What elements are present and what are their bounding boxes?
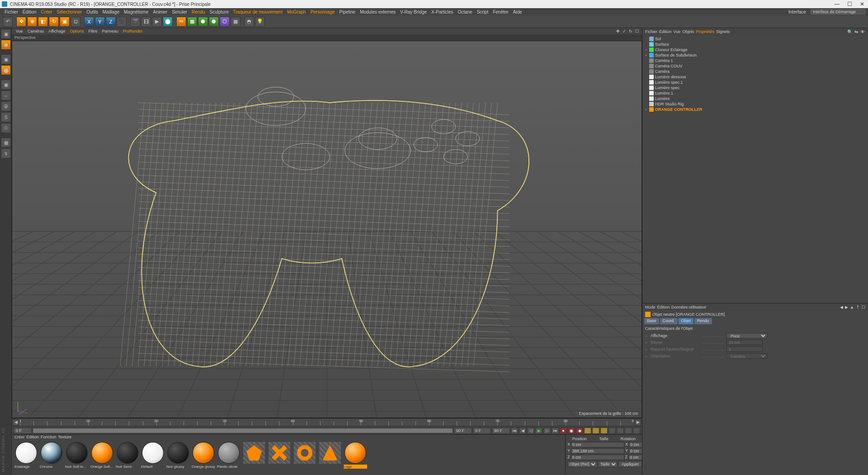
vtool-btn-3[interactable]: ▣ bbox=[1, 54, 11, 64]
material-item[interactable]: Noir Semi bbox=[116, 442, 139, 469]
toolbar-btn-21[interactable]: ◓ bbox=[244, 17, 254, 27]
close-button[interactable]: ✕ bbox=[858, 1, 866, 7]
menu-vray[interactable]: V-Ray Bridge bbox=[398, 10, 429, 14]
am-menu-edition[interactable]: Édition bbox=[657, 305, 670, 309]
object-name[interactable]: Lumière spec.1 bbox=[655, 80, 866, 85]
coord-apply-button[interactable]: Appliquer bbox=[618, 461, 642, 467]
mat-menu-fonction[interactable]: Fonction bbox=[41, 435, 57, 441]
am-new-icon[interactable]: ☐ bbox=[862, 305, 865, 309]
menu-magnetisme[interactable]: Magnétisme bbox=[122, 10, 150, 14]
am-tab-coord[interactable]: Coord. bbox=[660, 318, 678, 324]
menu-mograph[interactable]: MoGraph bbox=[285, 10, 308, 14]
toolbar-btn-4[interactable]: ↻ bbox=[49, 17, 59, 27]
menu-traqueur[interactable]: Traqueur de mouvement bbox=[231, 10, 284, 14]
menu-edition[interactable]: Édition bbox=[21, 10, 38, 14]
viewport-tab-perspective[interactable]: Perspective bbox=[14, 35, 36, 40]
am-up-icon[interactable]: ▲ bbox=[850, 305, 854, 309]
toolbar-btn-20[interactable]: ▦ bbox=[231, 17, 241, 27]
expand-toggle-icon[interactable]: + bbox=[644, 108, 648, 112]
vp-menu-panneau[interactable]: Panneau bbox=[101, 29, 120, 33]
menu-fenetre[interactable]: Fenêtre bbox=[491, 10, 510, 14]
coord-size-select[interactable]: Taille bbox=[598, 461, 618, 467]
material-item[interactable] bbox=[242, 442, 266, 469]
material-item[interactable]: Chrome bbox=[40, 442, 63, 469]
object-name[interactable]: Caméra bbox=[655, 69, 866, 74]
vp-menu-affichage[interactable]: Affichage bbox=[47, 29, 66, 33]
vp-menu-cameras[interactable]: Caméras bbox=[26, 29, 46, 33]
toolbar-btn-1[interactable]: ✥ bbox=[16, 17, 26, 27]
toolbar-btn-8[interactable]: Y bbox=[95, 17, 105, 27]
toolbar-btn-6[interactable]: ⊡ bbox=[71, 17, 80, 27]
vp-menu-options[interactable]: Options bbox=[69, 29, 85, 33]
object-row[interactable]: Lumière spec✕ bbox=[642, 85, 868, 90]
vtool-btn-1[interactable]: ⬢ bbox=[1, 40, 11, 50]
material-item[interactable]: Orange Soft touch bbox=[90, 442, 114, 469]
object-name[interactable]: Lumière dessous bbox=[655, 75, 866, 79]
menu-pipeline[interactable]: Pipeline bbox=[338, 10, 358, 14]
object-name[interactable]: Surface de Subdivision bbox=[655, 53, 866, 57]
toolbar-btn-19[interactable]: ⬡ bbox=[220, 17, 230, 27]
toolbar-btn-3[interactable]: ◧ bbox=[38, 17, 48, 27]
menu-animer[interactable]: Animer bbox=[151, 10, 169, 14]
menu-creer[interactable]: Créer bbox=[39, 10, 54, 14]
material-item[interactable]: Noir glossy bbox=[166, 442, 190, 469]
vtool-btn-4[interactable]: ⬤ bbox=[1, 65, 11, 75]
menu-octane[interactable]: Octane bbox=[456, 10, 474, 14]
vtool-btn-6[interactable]: ▣ bbox=[1, 80, 11, 90]
vtool-btn-12[interactable]: ▦ bbox=[1, 138, 11, 147]
toolbar-btn-10[interactable]: 🎥 bbox=[117, 17, 127, 27]
am-lock-icon[interactable]: ⭱ bbox=[856, 305, 860, 309]
object-name[interactable]: Caméra COUV bbox=[655, 64, 866, 68]
om-search-icon[interactable]: 🔍 bbox=[847, 29, 853, 34]
vp-zoom-icon[interactable]: ⤢ bbox=[621, 29, 627, 33]
material-item[interactable]: Eclairage bbox=[14, 442, 38, 469]
vp-layout-icon[interactable]: ☐ bbox=[634, 29, 639, 33]
layout-dropdown[interactable]: Interface de Démarrage bbox=[811, 9, 865, 14]
om-menu-fichier[interactable]: Fichier bbox=[645, 29, 657, 34]
menu-rendu[interactable]: Rendu bbox=[190, 10, 207, 14]
material-item[interactable]: Noir Soft touch bbox=[65, 442, 89, 469]
om-menu-vue[interactable]: Vue bbox=[674, 29, 681, 34]
material-item[interactable] bbox=[293, 442, 316, 469]
object-name[interactable]: Lumière spec bbox=[655, 86, 866, 90]
om-menu-objets[interactable]: Objets bbox=[682, 29, 694, 34]
object-name[interactable]: Surface bbox=[655, 42, 866, 47]
dopesheet-button[interactable] bbox=[625, 428, 632, 434]
object-row[interactable]: Surface✕ bbox=[642, 42, 868, 47]
vp-orbit-icon[interactable]: ↻ bbox=[627, 29, 633, 33]
expand-toggle-icon[interactable]: + bbox=[644, 53, 648, 57]
toolbar-btn-0[interactable]: ↶ bbox=[3, 17, 13, 27]
vp-menu-prorender[interactable]: ProRender bbox=[122, 29, 144, 33]
record-button[interactable]: ● bbox=[560, 428, 567, 434]
object-row[interactable]: Sol bbox=[642, 36, 868, 42]
viewport[interactable]: Espacement de la grille : 100 cm bbox=[12, 41, 642, 418]
toolbar-btn-14[interactable]: ⬤ bbox=[163, 17, 173, 27]
material-item[interactable]: Default bbox=[141, 442, 165, 469]
play-back-button[interactable]: ◁ bbox=[527, 428, 534, 434]
menu-sculpture[interactable]: Sculpture bbox=[208, 10, 231, 14]
step-fwd-button[interactable]: ▷ bbox=[543, 428, 551, 434]
menu-aide[interactable]: Aide bbox=[511, 10, 524, 14]
timeline-scrollbar[interactable] bbox=[33, 428, 453, 433]
vp-menu-vue[interactable]: Vue bbox=[14, 29, 24, 33]
goto-end-button[interactable]: ⏭ bbox=[552, 428, 559, 434]
coord-pos-field[interactable] bbox=[571, 448, 624, 454]
timeline-ruler[interactable]: ◀ 0102030405060708090 ▶ bbox=[12, 418, 642, 426]
vtool-btn-0[interactable]: ▣ bbox=[1, 29, 11, 39]
timeline-start-field[interactable] bbox=[14, 428, 32, 434]
autokey-button[interactable]: ◉ bbox=[568, 428, 575, 434]
material-item[interactable]: Plastic diode bbox=[217, 442, 241, 469]
play-button[interactable]: ▶ bbox=[535, 428, 542, 434]
object-row[interactable]: +Surface de Subdivision✕ bbox=[642, 52, 868, 58]
keymode-param-button[interactable] bbox=[609, 428, 616, 434]
object-name[interactable]: Caméra 1 bbox=[655, 58, 866, 63]
om-menu-edition[interactable]: Édition bbox=[659, 29, 672, 34]
coord-pos-field[interactable] bbox=[571, 455, 624, 460]
minimize-button[interactable]: — bbox=[833, 1, 841, 7]
material-item[interactable] bbox=[268, 442, 291, 469]
om-eye-icon[interactable]: 👁 bbox=[860, 29, 865, 34]
toolbar-btn-7[interactable]: X bbox=[84, 17, 94, 27]
menu-modules[interactable]: Modules externes bbox=[358, 10, 397, 14]
am-tab-base[interactable]: Base bbox=[644, 318, 659, 324]
toolbar-btn-17[interactable]: ⬢ bbox=[198, 17, 208, 27]
